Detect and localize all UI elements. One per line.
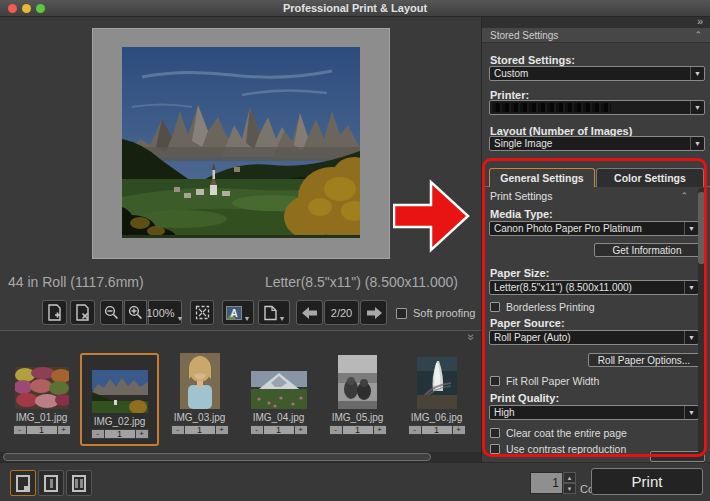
chevron-down-icon: ▼ — [177, 315, 184, 324]
paper-source-label: Paper Source: — [490, 317, 565, 329]
stored-settings-value: Custom — [490, 68, 690, 79]
partially-visible-button[interactable] — [650, 451, 705, 462]
copies-value[interactable]: 1 — [27, 425, 57, 435]
media-type-value: Canon Photo Paper Pro Platinum — [490, 223, 684, 234]
thumbnail-image[interactable] — [15, 367, 69, 409]
increment-button[interactable]: + — [294, 425, 308, 435]
decrement-button[interactable]: - — [250, 425, 264, 435]
tab-color-settings[interactable]: Color Settings — [596, 168, 704, 187]
fit-to-window-button[interactable] — [190, 300, 214, 325]
previous-page-button[interactable] — [296, 300, 323, 325]
page-indicator-value: 2/20 — [331, 307, 352, 319]
thumbnail-img-03[interactable]: IMG_03.jpg - 1 + — [160, 351, 239, 446]
paper-size-dropdown[interactable]: Letter(8.5"x11") (8.500x11.000) ▼ — [489, 280, 699, 295]
copies-stepper[interactable]: - 1 + — [250, 425, 308, 435]
settings-panel: » Stored Settings ⌃ Stored Settings: Cus… — [481, 17, 710, 462]
stored-settings-header[interactable]: Stored Settings ⌃ — [482, 28, 710, 43]
view-mode-column-button[interactable] — [38, 470, 64, 496]
print-settings-header[interactable]: Print Settings — [490, 190, 552, 202]
get-information-button[interactable]: Get Information — [594, 243, 700, 257]
decrement-button[interactable]: - — [171, 425, 185, 435]
borderless-printing-option[interactable]: Borderless Printing — [490, 301, 595, 313]
clear-coat-option[interactable]: Clear coat the entire page — [490, 427, 627, 439]
thumbnail-scrollbar[interactable] — [0, 452, 481, 462]
copies-value[interactable]: 1 — [343, 425, 373, 435]
zoom-level-dropdown[interactable]: 100% ▼ — [148, 300, 182, 325]
settings-scrollbar[interactable] — [698, 188, 705, 456]
decrement-button[interactable]: - — [13, 425, 27, 435]
fit-roll-paper-width-checkbox[interactable] — [490, 376, 500, 386]
copies-stepper[interactable]: - 1 + — [408, 425, 466, 435]
layout-dropdown[interactable]: Single Image ▼ — [489, 136, 705, 151]
soft-proofing-option[interactable]: Soft proofing — [396, 307, 475, 319]
get-information-label: Get Information — [613, 245, 682, 256]
copies-stepper[interactable]: - 1 + — [329, 425, 387, 435]
contrast-reproduction-checkbox[interactable] — [490, 444, 500, 454]
media-type-dropdown[interactable]: Canon Photo Paper Pro Platinum ▼ — [489, 221, 699, 236]
preview-photo[interactable] — [122, 47, 360, 238]
zoom-in-button[interactable] — [124, 300, 147, 325]
thumbnail-image[interactable] — [92, 370, 148, 413]
thumbnail-img-01[interactable]: IMG_01.jpg - 1 + — [2, 351, 81, 446]
next-page-button[interactable] — [360, 300, 387, 325]
increment-button[interactable]: + — [452, 425, 466, 435]
view-mode-single-button[interactable] — [10, 470, 36, 496]
copies-up-arrow[interactable]: ▲ — [563, 472, 576, 483]
contrast-reproduction-option[interactable]: Use contrast reproduction — [490, 443, 626, 455]
delete-page-button[interactable] — [70, 300, 95, 325]
paper-source-dropdown[interactable]: Roll Paper (Auto) ▼ — [489, 330, 699, 345]
paper-options-dropdown[interactable]: ▼ — [258, 300, 290, 325]
tab-general-settings[interactable]: General Settings — [489, 168, 595, 187]
copies-stepper[interactable]: - 1 + — [91, 429, 149, 439]
thumbnail-img-02[interactable]: IMG_02.jpg - 1 + — [80, 353, 159, 446]
decrement-button[interactable]: - — [91, 429, 105, 439]
print-button[interactable]: Print — [591, 468, 703, 495]
copies-stepper[interactable]: - 1 + — [171, 425, 229, 435]
soft-proofing-checkbox[interactable] — [396, 308, 407, 319]
copies-value[interactable]: 1 — [185, 425, 215, 435]
thumbnail-image[interactable] — [180, 353, 220, 409]
borderless-printing-checkbox[interactable] — [490, 302, 500, 312]
increment-button[interactable]: + — [57, 425, 71, 435]
thumbnail-image[interactable] — [417, 357, 457, 409]
thumbnail-img-04[interactable]: IMG_04.jpg - 1 + — [239, 351, 318, 446]
zoom-out-button[interactable] — [100, 300, 123, 325]
roll-paper-options-button[interactable]: Roll Paper Options... — [588, 353, 700, 367]
increment-button[interactable]: + — [373, 425, 387, 435]
collapse-thumbnails-icon[interactable]: » — [466, 334, 478, 341]
decrement-button[interactable]: - — [329, 425, 343, 435]
settings-scrollbar-thumb[interactable] — [698, 192, 705, 264]
arrow-right-icon — [366, 307, 382, 319]
thumbnail-img-06[interactable]: IMG_06.jpg - 1 + — [397, 351, 476, 446]
professional-print-layout-window: Professional Print & Layout — [0, 0, 710, 501]
collapse-panel-icon[interactable]: » — [697, 15, 703, 27]
copies-value[interactable]: 1 — [105, 429, 135, 439]
increment-button[interactable]: + — [215, 425, 229, 435]
chevron-up-icon[interactable]: ⌃ — [680, 191, 688, 201]
image-adjust-dropdown[interactable]: A ▼ — [222, 300, 254, 325]
svg-text:A: A — [230, 308, 237, 319]
copies-stepper[interactable]: - 1 + — [13, 425, 71, 435]
thumbnail-scrollbar-thumb[interactable] — [3, 453, 431, 461]
copies-input[interactable]: 1 — [530, 472, 563, 494]
print-quality-dropdown[interactable]: High ▼ — [489, 405, 699, 420]
add-page-button[interactable] — [42, 300, 67, 325]
clear-coat-checkbox[interactable] — [490, 428, 500, 438]
copies-value[interactable]: 1 — [264, 425, 294, 435]
chevron-down-icon: ▼ — [690, 137, 704, 150]
printer-dropdown[interactable]: ▼ — [489, 100, 705, 115]
increment-button[interactable]: + — [135, 429, 149, 439]
copies-spinner[interactable]: ▲ ▼ — [563, 472, 576, 494]
stored-settings-dropdown[interactable]: Custom ▼ — [489, 66, 705, 81]
fit-roll-paper-width-option[interactable]: Fit Roll Paper Width — [490, 375, 599, 387]
view-mode-split-button[interactable] — [66, 470, 92, 496]
thumbnail-image[interactable] — [338, 355, 377, 409]
copies-down-arrow[interactable]: ▼ — [563, 483, 576, 494]
chevron-up-icon[interactable]: ⌃ — [694, 30, 702, 40]
thumbnail-image[interactable] — [251, 371, 307, 409]
chevron-down-icon: ▼ — [684, 406, 698, 419]
thumbnail-img-05[interactable]: IMG_05.jpg - 1 + — [318, 351, 397, 446]
decrement-button[interactable]: - — [408, 425, 422, 435]
title-bar: Professional Print & Layout — [0, 0, 710, 17]
copies-value[interactable]: 1 — [422, 425, 452, 435]
